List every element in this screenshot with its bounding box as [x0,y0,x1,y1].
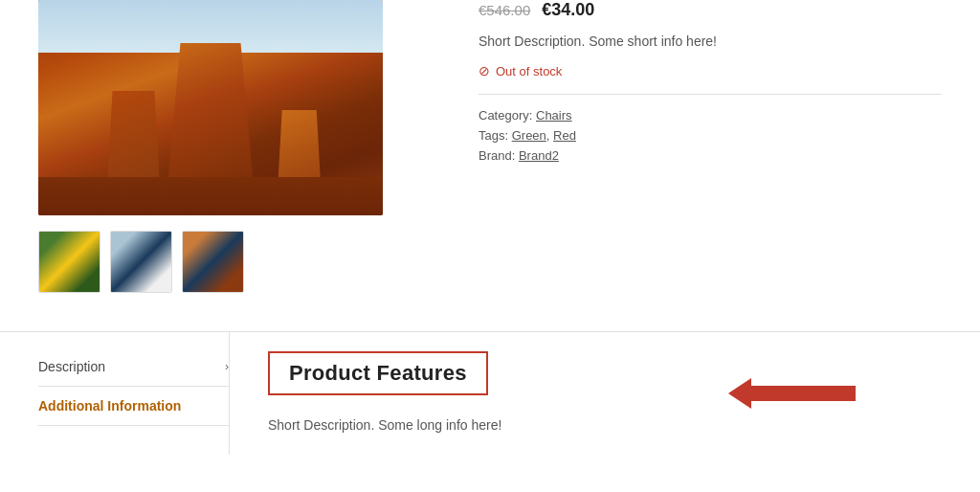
main-product-image [38,0,383,215]
category-link[interactable]: Chairs [536,108,572,123]
tab-content-area: Product Features Short Description. Some… [230,332,942,455]
stock-label: Out of stock [496,64,562,78]
long-description: Short Description. Some long info here! [268,414,913,436]
rock-right [278,110,321,187]
sidebar-tabs: Description › Additional Information [38,332,230,455]
tab-description-label: Description [38,359,105,374]
thumbnail-strip [38,231,440,293]
thumb-img-2 [111,232,171,292]
rock-main [167,43,254,187]
brand-label: Brand: [479,148,515,163]
tag2-link[interactable]: Red [553,128,576,143]
brand-row: Brand: Brand2 [479,148,942,163]
thumbnail-1[interactable] [38,231,100,293]
original-price: €546.00 [479,2,530,18]
right-column: €546.00 €34.00 Short Description. Some s… [440,0,942,293]
divider-1 [479,94,942,95]
thumb-img-3 [183,232,243,292]
category-label: Category: [479,108,532,123]
chevron-right-icon: › [225,360,229,373]
tags-row: Tags: Green, Red [479,128,942,143]
arrow-body [750,386,856,401]
bottom-section: Description › Additional Information Pro… [0,331,980,455]
product-features-title: Product Features [289,361,467,386]
thumb-img-1 [39,232,100,292]
short-description: Short Description. Some short info here! [479,32,942,52]
arrow-annotation [728,378,856,409]
tab-description[interactable]: Description › [38,347,229,387]
current-price: €34.00 [542,0,594,20]
thumbnail-3[interactable] [182,231,244,293]
tag1-link[interactable]: Green [512,128,546,143]
category-row: Category: Chairs [479,108,942,123]
ground-bg [38,177,383,215]
product-features-box: Product Features [268,351,488,395]
landscape-image [38,0,383,215]
content-area: €546.00 €34.00 Short Description. Some s… [0,0,980,293]
brand-link[interactable]: Brand2 [519,148,559,163]
tab-additional-info[interactable]: Additional Information [38,387,229,426]
page-container: €546.00 €34.00 Short Description. Some s… [0,0,980,492]
tags-label: Tags: [479,128,508,143]
thumbnail-2[interactable] [110,231,172,293]
stock-status: ⊘ Out of stock [479,63,942,78]
price-area: €546.00 €34.00 [479,0,942,20]
tab-additional-label: Additional Information [38,398,181,414]
left-column [38,0,440,293]
rock-left [107,91,160,187]
out-of-stock-icon: ⊘ [479,63,490,78]
arrow-head [728,378,751,409]
